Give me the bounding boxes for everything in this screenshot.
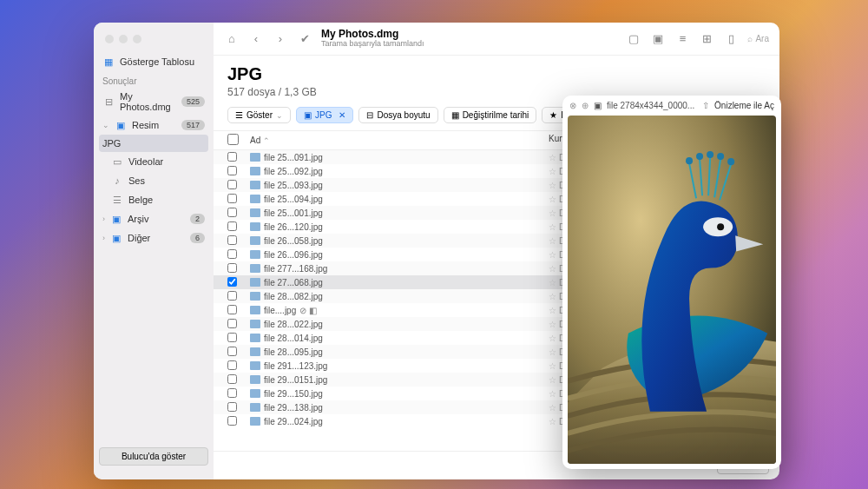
row-checkbox[interactable] [227,291,237,301]
row-name: file 25...094.jpg [250,195,549,204]
row-checkbox[interactable] [227,402,237,412]
share-icon[interactable]: ⇧ [702,101,709,110]
row-name: file 28...095.jpg [250,347,549,357]
sort-asc-icon: ⌃ [263,136,270,145]
chevron-down-icon: ⌄ [102,121,109,129]
show-in-finder-button[interactable]: Bulucu'da göster [99,447,208,466]
sidebar-videolar[interactable]: ▭ Videolar [94,152,214,171]
row-name: file 27...068.jpg [250,278,549,287]
sidebar-arsiv[interactable]: › ▣ Arşiv 2 [94,209,214,228]
sidebar-videolar-label: Videolar [128,156,163,167]
row-checkbox[interactable] [227,180,237,189]
svg-point-2 [717,223,724,230]
row-checkbox[interactable] [227,152,237,162]
goster-pill[interactable]: ☰ Göster ⌄ [227,107,291,123]
sidebar-jpg[interactable]: JPG [99,135,208,152]
sidebar-diger[interactable]: › ▣ Diğer 6 [94,228,214,248]
video-icon: ▭ [111,155,123,168]
jpg-filter-pill[interactable]: ▣ JPG ✕ [296,107,353,123]
document-icon: ☰ [111,194,123,206]
row-checkbox[interactable] [227,347,237,356]
chevron-right-icon: › [102,215,105,223]
row-checkbox[interactable] [227,305,237,314]
toolbar: ⌂ ‹ › ✔︎ My Photos.dmg Tarama başarıyla … [214,23,779,56]
home-icon[interactable]: ⌂ [224,31,240,47]
select-all-checkbox[interactable] [227,134,239,145]
open-in-preview-button[interactable]: Önizleme ile Aç [714,101,774,110]
row-checkbox[interactable] [227,263,237,273]
row-checkbox[interactable] [227,249,237,259]
filesize-pill[interactable]: ⊟ Dosya boyutu [358,107,437,123]
row-checkbox[interactable] [227,416,237,426]
svg-point-12 [727,158,734,165]
page-title: JPG [227,64,766,84]
back-icon[interactable]: ‹ [248,31,264,47]
min-dot[interactable] [119,35,128,43]
other-icon: ▣ [110,232,122,244]
star-icon: ★ [549,110,557,120]
row-checkbox[interactable] [227,360,237,370]
svg-point-4 [686,157,693,164]
row-checkbox[interactable] [227,388,237,398]
row-name: file 26...096.jpg [250,250,549,260]
sidebar-diger-label: Diğer [128,233,150,243]
toolbar-title-block: My Photos.dmg Tarama başarıyla tamamland… [321,29,424,49]
search-box[interactable]: ⌕ Ara [747,34,769,43]
row-checkbox[interactable] [227,194,237,203]
grid-view-icon[interactable]: ⊞ [699,31,714,47]
column-view-icon[interactable]: ▯ [723,31,739,47]
svg-point-10 [717,153,724,160]
doc-view-icon[interactable]: ▢ [626,31,641,47]
row-checkbox[interactable] [227,235,237,245]
audio-icon: ♪ [111,175,123,187]
date-label: Değiştirilme tarihi [463,110,529,120]
image-icon: ▣ [304,110,312,120]
sidebar-arsiv-label: Arşiv [128,214,148,224]
row-name: file 25...093.jpg [250,181,549,190]
list-view-icon[interactable]: ≡ [674,31,690,47]
sidebar-disk[interactable]: ⊟ My Photos.dmg 525 [94,88,214,116]
thumbnail-icon [250,320,260,328]
thumbnail-icon [250,417,260,426]
date-pill[interactable]: ▦ Değiştirilme tarihi [444,107,537,123]
sidebar-ses-label: Ses [128,175,145,186]
close-icon[interactable]: ✕ [339,110,345,120]
max-dot[interactable] [133,35,141,43]
row-name: file 28...022.jpg [250,320,549,329]
row-name: file 29...0151.jpg [250,375,549,385]
check-icon: ✔︎ [297,31,312,47]
row-checkbox[interactable] [227,374,237,384]
col-name-header[interactable]: Ad ⌃ [250,134,549,147]
goster-label: Göster [247,110,273,120]
row-checkbox[interactable] [227,166,237,175]
row-checkbox[interactable] [227,319,237,328]
row-checkbox[interactable] [227,208,237,217]
row-checkbox[interactable] [227,221,237,231]
sidebar-resim[interactable]: ⌄ ▣ Resim 517 [94,116,214,135]
preview-filename: file 2784x4344_0000... [607,101,697,110]
chevron-down-icon: ⌄ [276,111,283,120]
archive-icon: ▣ [110,213,122,225]
thumbnail-icon [250,181,260,189]
close-dot[interactable] [105,35,114,43]
expand-icon[interactable]: ⊕ [582,101,589,110]
svg-point-6 [696,153,703,160]
sidebar-dashboard[interactable]: ▦ Gösterge Tablosu [94,52,214,71]
thumbnail-icon [250,375,260,384]
search-icon: ⌕ [747,34,753,43]
thumbnail-icon [250,347,260,356]
row-checkbox[interactable] [227,277,237,287]
row-name: file 29...024.jpg [250,417,549,426]
sidebar-ses[interactable]: ♪ Ses [94,171,214,190]
sidebar-belge[interactable]: ☰ Belge [94,190,214,209]
thumbnail-icon [250,250,260,259]
sidebar-dashboard-label: Gösterge Tablosu [120,56,194,67]
thumbnail-icon [250,334,260,342]
row-checkbox[interactable] [227,333,237,342]
disk-icon: ⊟ [102,96,115,108]
folder-view-icon[interactable]: ▣ [650,31,666,47]
close-icon[interactable]: ⊗ [569,101,576,110]
sidebar-disk-badge: 525 [181,96,205,107]
forward-icon[interactable]: › [273,31,288,47]
thumbnail-icon [250,292,260,301]
